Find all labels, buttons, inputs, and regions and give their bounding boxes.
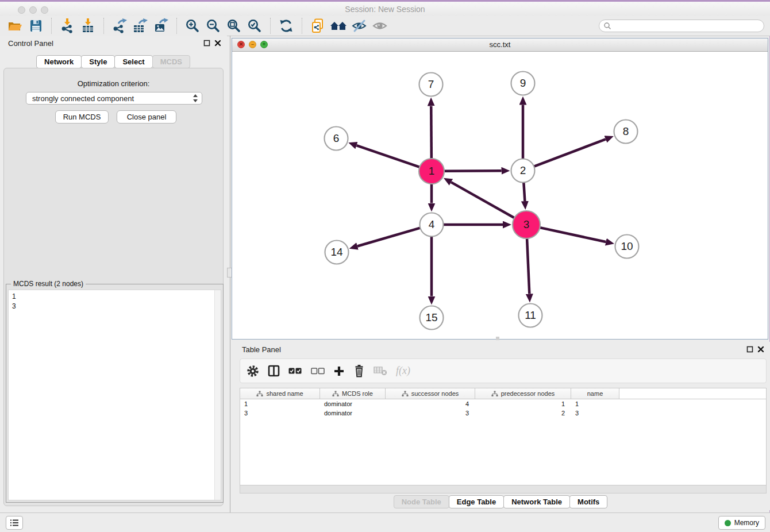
tab-network-table[interactable]: Network Table <box>503 495 570 508</box>
columns-button[interactable] <box>268 365 280 377</box>
select-all-button[interactable] <box>288 367 302 375</box>
float-panel-icon[interactable] <box>203 40 210 47</box>
export-image-button[interactable] <box>151 17 171 35</box>
add-column-icon <box>333 365 345 377</box>
deselect-all-button[interactable] <box>311 367 325 375</box>
optimization-value: strongly connected component <box>32 94 192 103</box>
close-panel-icon[interactable] <box>757 346 764 353</box>
node-table: shared name MCDS role successor nodes pr… <box>240 388 767 485</box>
task-history-button[interactable] <box>6 516 23 530</box>
import-network-button[interactable] <box>57 17 78 35</box>
export-network-button[interactable] <box>109 17 130 35</box>
import-network-icon <box>59 18 75 34</box>
add-column-button[interactable] <box>333 365 345 377</box>
optimization-select[interactable]: strongly connected component <box>26 92 202 105</box>
hierarchy-icon <box>332 391 339 397</box>
graph-edge-1-7[interactable] <box>431 106 432 159</box>
column-header-mcds-role[interactable]: MCDS role <box>320 388 386 399</box>
result-scrollbar[interactable] <box>214 290 221 500</box>
table-row[interactable]: 1 dominator 4 1 1 <box>240 399 766 408</box>
zoom-in-button[interactable] <box>182 17 203 35</box>
show-all-button[interactable] <box>369 17 390 35</box>
export-table-button[interactable] <box>130 17 151 35</box>
graph-node-label-11: 11 <box>525 309 536 321</box>
graph-edge-3-10[interactable] <box>539 228 606 242</box>
graph-edge-4-14[interactable] <box>357 228 421 246</box>
zoom-fit-button[interactable] <box>224 17 244 35</box>
refresh-button[interactable] <box>276 17 297 35</box>
hierarchy-icon <box>256 391 263 397</box>
optimization-label: Optimization criterion: <box>4 79 223 88</box>
show-all-icon <box>372 18 388 34</box>
app-window: { "window": { "title": "Session: New Ses… <box>0 0 770 532</box>
zoom-in-icon <box>184 18 201 34</box>
memory-button[interactable]: Memory <box>718 516 765 530</box>
zoom-out-icon <box>205 18 221 34</box>
close-panel-icon[interactable] <box>214 40 221 47</box>
delete-button[interactable] <box>353 364 365 377</box>
home-layout-button[interactable] <box>328 17 349 35</box>
save-session-icon <box>28 18 44 34</box>
graph-edge-1-6[interactable] <box>356 145 420 167</box>
column-header-shared-name[interactable]: shared name <box>240 388 320 399</box>
column-header-name[interactable]: name <box>571 388 619 399</box>
graph-node-label-4: 4 <box>429 218 435 230</box>
toolbar-separator <box>270 18 271 34</box>
gear-button[interactable] <box>247 365 259 377</box>
float-panel-icon[interactable] <box>746 346 753 353</box>
graph-node-label-15: 15 <box>425 311 437 323</box>
table-header-row: shared name MCDS role successor nodes pr… <box>240 388 766 399</box>
clone-network-button[interactable] <box>307 17 328 35</box>
toolbar-separator <box>103 18 104 34</box>
graph-edge-3-11[interactable] <box>527 238 529 294</box>
delete-table-icon <box>374 366 387 376</box>
toolbar-separator <box>51 18 52 34</box>
close-panel-button[interactable]: Close panel <box>117 110 176 124</box>
delete-icon <box>353 364 365 377</box>
zoom-selected-button[interactable] <box>244 17 265 35</box>
network-window-titlebar[interactable]: ✕ – + scc.txt <box>232 38 768 52</box>
function-builder-button[interactable]: f(x) <box>396 365 410 377</box>
table-row[interactable]: 3 dominator 3 2 3 <box>240 408 766 418</box>
tab-network[interactable]: Network <box>36 55 82 68</box>
graph-edge-2-3[interactable] <box>523 182 525 201</box>
tab-style[interactable]: Style <box>81 55 115 68</box>
mcds-result-area[interactable]: 1 3 <box>8 290 221 500</box>
search-input[interactable] <box>614 21 764 31</box>
tab-select[interactable]: Select <box>114 55 152 68</box>
tab-motifs[interactable]: Motifs <box>569 495 607 508</box>
table-panel: Table Panel <box>232 342 770 510</box>
graph-edge-2-8[interactable] <box>533 139 606 167</box>
network-graph[interactable]: 7968124314101511 <box>232 51 768 339</box>
delete-table-button[interactable] <box>374 366 387 376</box>
open-session-button[interactable] <box>5 17 25 35</box>
open-session-icon <box>7 18 23 34</box>
toolbar-separator <box>176 18 177 34</box>
titlebar: Session: New Session <box>0 2 770 17</box>
hide-selected-icon <box>351 18 367 34</box>
graph-edge-1-2[interactable] <box>444 171 502 171</box>
graph-node-label-3: 3 <box>523 218 530 230</box>
tab-mcds[interactable]: MCDS <box>152 55 190 68</box>
tab-edge-table[interactable]: Edge Table <box>449 495 504 508</box>
tab-node-table[interactable]: Node Table <box>394 495 449 508</box>
column-header-successor-nodes[interactable]: successor nodes <box>386 388 475 399</box>
graph-node-label-7: 7 <box>428 78 434 90</box>
column-header-predecessor-nodes[interactable]: predecessor nodes <box>475 388 571 399</box>
graph-edge-3-1[interactable] <box>451 182 515 218</box>
graph-node-label-9: 9 <box>520 77 526 89</box>
save-session-button[interactable] <box>25 17 46 35</box>
deselect-all-icon <box>311 367 325 375</box>
export-network-icon <box>111 18 128 34</box>
import-table-button[interactable] <box>78 17 98 35</box>
columns-icon <box>268 365 280 377</box>
zoom-fit-icon <box>226 18 242 34</box>
hide-selected-button[interactable] <box>349 17 369 35</box>
table-toolbar: f(x) <box>240 358 767 383</box>
zoom-out-button[interactable] <box>203 17 224 35</box>
control-panel-title: Control Panel <box>8 39 53 48</box>
table-tabs: Node Table Edge Table Network Table Moti… <box>232 495 770 508</box>
run-mcds-button[interactable]: Run MCDS <box>55 110 109 124</box>
table-horizontal-scrollbar[interactable] <box>240 485 767 494</box>
window-resize-grip[interactable] <box>496 337 499 340</box>
